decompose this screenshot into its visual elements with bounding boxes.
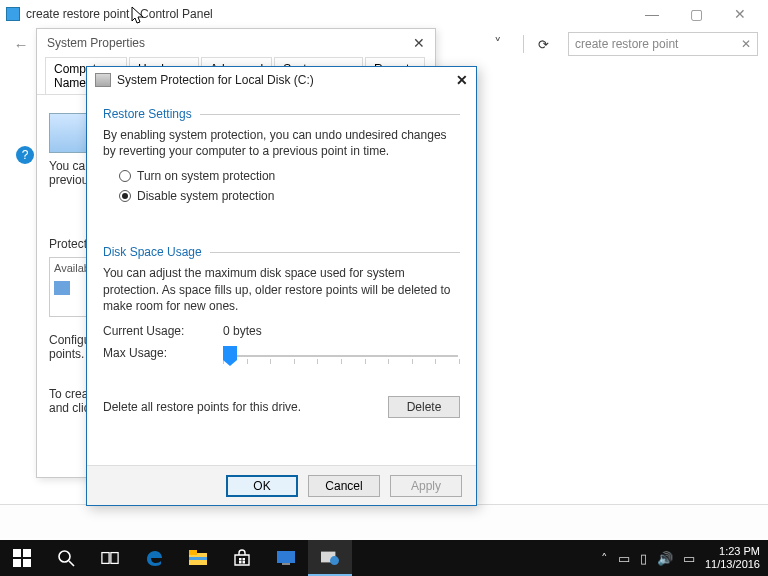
action-center-icon[interactable]: ▭ bbox=[683, 551, 695, 566]
search-icon[interactable] bbox=[44, 540, 88, 576]
help-icon[interactable]: ? bbox=[16, 146, 34, 164]
back-button[interactable]: ← bbox=[10, 33, 32, 55]
svg-rect-3 bbox=[23, 559, 31, 567]
maximize-button[interactable]: ▢ bbox=[674, 0, 718, 28]
delete-text: Delete all restore points for this drive… bbox=[103, 400, 388, 414]
cancel-button[interactable]: Cancel bbox=[308, 475, 380, 497]
rule bbox=[210, 252, 460, 253]
store-icon[interactable] bbox=[220, 540, 264, 576]
close-button[interactable]: ✕ bbox=[718, 0, 762, 28]
taskbar-clock[interactable]: 1:23 PM 11/13/2016 bbox=[705, 545, 760, 570]
svg-rect-9 bbox=[189, 550, 197, 555]
svg-rect-0 bbox=[13, 549, 21, 557]
control-panel-title: create restore point - Control Panel bbox=[26, 7, 213, 21]
radio-turn-on-label: Turn on system protection bbox=[137, 169, 275, 183]
dialog-titlebar[interactable]: System Protection for Local Disk (C:) ✕ bbox=[87, 67, 476, 93]
slider-track bbox=[223, 355, 458, 357]
svg-rect-16 bbox=[282, 563, 290, 565]
dialog-body: Restore Settings By enabling system prot… bbox=[87, 93, 476, 426]
svg-point-18 bbox=[330, 556, 339, 565]
control-panel-titlebar[interactable]: create restore point - Control Panel — ▢… bbox=[0, 0, 768, 28]
svg-rect-12 bbox=[243, 558, 246, 561]
edge-icon[interactable] bbox=[132, 540, 176, 576]
slider-ticks bbox=[223, 359, 460, 364]
file-explorer-icon[interactable] bbox=[176, 540, 220, 576]
drive-icon bbox=[54, 281, 70, 295]
restore-settings-header: Restore Settings bbox=[103, 107, 460, 121]
refresh-button[interactable]: ⟳ bbox=[538, 37, 558, 52]
disk-icon bbox=[95, 73, 111, 87]
dropdown-icon[interactable]: ˅ bbox=[487, 33, 509, 55]
dialog-title: System Protection for Local Disk (C:) bbox=[117, 73, 314, 87]
taskbar[interactable]: ˄ ▭ ▯ 🔊 ▭ 1:23 PM 11/13/2016 bbox=[0, 540, 768, 576]
dialog-close-icon[interactable]: ✕ bbox=[456, 72, 468, 88]
taskbar-app-active[interactable] bbox=[308, 540, 352, 576]
radio-icon bbox=[119, 170, 131, 182]
separator bbox=[523, 35, 524, 53]
apply-button: Apply bbox=[390, 475, 462, 497]
battery-icon[interactable]: ▭ bbox=[618, 551, 630, 566]
system-properties-title: System Properties bbox=[47, 36, 145, 50]
delete-row: Delete all restore points for this drive… bbox=[103, 396, 460, 418]
svg-rect-14 bbox=[243, 561, 246, 564]
close-icon[interactable]: ✕ bbox=[413, 35, 425, 51]
disk-space-header: Disk Space Usage bbox=[103, 245, 460, 259]
svg-rect-6 bbox=[102, 553, 109, 564]
svg-rect-13 bbox=[239, 561, 242, 564]
disk-space-desc: You can adjust the maximum disk space us… bbox=[103, 265, 460, 314]
svg-line-5 bbox=[69, 561, 74, 566]
tray-chevron-icon[interactable]: ˄ bbox=[601, 551, 608, 566]
taskbar-time: 1:23 PM bbox=[705, 545, 760, 558]
max-usage-label: Max Usage: bbox=[103, 346, 203, 366]
svg-rect-7 bbox=[111, 553, 118, 564]
volume-icon[interactable]: 🔊 bbox=[657, 551, 673, 566]
svg-rect-1 bbox=[23, 549, 31, 557]
search-input[interactable]: create restore point ✕ bbox=[568, 32, 758, 56]
restore-settings-desc: By enabling system protection, you can u… bbox=[103, 127, 460, 159]
current-usage-value: 0 bytes bbox=[223, 324, 262, 338]
current-usage-label: Current Usage: bbox=[103, 324, 203, 338]
disk-space-label: Disk Space Usage bbox=[103, 245, 202, 259]
svg-rect-10 bbox=[189, 557, 207, 560]
task-view-icon[interactable] bbox=[88, 540, 132, 576]
svg-rect-2 bbox=[13, 559, 21, 567]
ok-button[interactable]: OK bbox=[226, 475, 298, 497]
svg-rect-11 bbox=[239, 558, 242, 561]
restore-settings-label: Restore Settings bbox=[103, 107, 192, 121]
svg-point-4 bbox=[59, 551, 70, 562]
max-usage-row: Max Usage: bbox=[103, 346, 460, 366]
minimize-button[interactable]: — bbox=[630, 0, 674, 28]
radio-disable[interactable]: Disable system protection bbox=[119, 189, 460, 203]
radio-icon-selected bbox=[119, 190, 131, 202]
system-protection-dialog: System Protection for Local Disk (C:) ✕ … bbox=[86, 66, 477, 506]
system-tray[interactable]: ˄ ▭ ▯ 🔊 ▭ 1:23 PM 11/13/2016 bbox=[601, 545, 768, 570]
delete-button[interactable]: Delete bbox=[388, 396, 460, 418]
control-panel-icon bbox=[6, 7, 20, 21]
search-placeholder: create restore point bbox=[575, 37, 678, 51]
taskbar-app-1[interactable] bbox=[264, 540, 308, 576]
start-button[interactable] bbox=[0, 540, 44, 576]
desktop: create restore point - Control Panel — ▢… bbox=[0, 0, 768, 576]
max-usage-slider[interactable] bbox=[223, 346, 460, 366]
svg-rect-15 bbox=[277, 551, 295, 563]
system-properties-titlebar[interactable]: System Properties ✕ bbox=[37, 29, 435, 57]
dialog-footer: OK Cancel Apply bbox=[87, 465, 476, 505]
radio-turn-on[interactable]: Turn on system protection bbox=[119, 169, 460, 183]
window-controls: — ▢ ✕ bbox=[630, 0, 762, 28]
taskbar-date: 11/13/2016 bbox=[705, 558, 760, 571]
rule bbox=[200, 114, 460, 115]
current-usage-row: Current Usage: 0 bytes bbox=[103, 324, 460, 338]
network-icon[interactable]: ▯ bbox=[640, 551, 647, 566]
radio-disable-label: Disable system protection bbox=[137, 189, 274, 203]
clear-search-icon[interactable]: ✕ bbox=[741, 37, 751, 51]
